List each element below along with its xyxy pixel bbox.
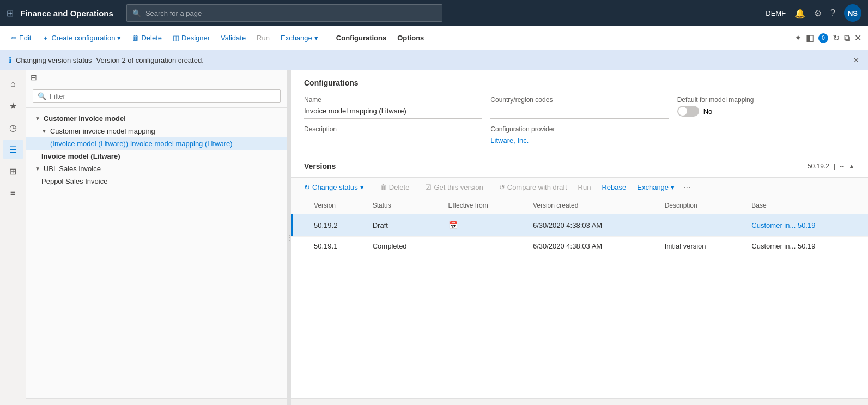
edit-icon: ✏ [11, 34, 17, 42]
create-config-button[interactable]: ＋ Create configuration ▾ [38, 31, 125, 45]
grid-icon[interactable]: ⊞ [7, 8, 14, 19]
delete-button[interactable]: 🗑 Delete [128, 32, 166, 44]
table-row[interactable]: 50.19.1 Completed 6/30/2020 4:38:03 AM I… [291, 237, 868, 256]
search-icon: 🔍 [132, 9, 141, 17]
vtool-exchange-button[interactable]: Exchange ▾ [633, 181, 679, 194]
app-title: Finance and Operations [20, 9, 113, 18]
avatar[interactable]: NS [844, 4, 861, 22]
tree-item-label: Customer invoice model [44, 114, 126, 123]
table-row[interactable]: 50.19.2 Draft 📅 6/30/2020 4:38:03 AM Cus… [291, 214, 868, 237]
tree-item[interactable]: Peppol Sales Invoice [26, 175, 287, 188]
sidebar-star-icon[interactable]: ★ [3, 96, 23, 116]
tree-item-label: (Invoice model (Litware)) Invoice model … [50, 140, 233, 148]
settings-icon[interactable]: ⚙ [814, 8, 822, 19]
filter-toggle-icon[interactable]: ⊟ [31, 73, 37, 82]
tree-item-label: Customer invoice model mapping [50, 127, 155, 135]
refresh-icon: ↻ [304, 183, 310, 191]
base-link[interactable]: Customer in... [751, 242, 796, 250]
country-value [490, 106, 668, 119]
open-icon[interactable]: ⧉ [844, 33, 850, 43]
tree-item-selected[interactable]: (Invoice model (Litware)) Invoice model … [26, 137, 287, 150]
filter-search-icon: 🔍 [38, 92, 46, 100]
tree-filter: 🔍 [26, 85, 287, 108]
search-bar[interactable]: 🔍 [126, 4, 442, 22]
delete-icon: 🗑 [132, 34, 139, 42]
chevron-down-icon: ▾ [360, 183, 364, 191]
versions-title: Versions [304, 162, 336, 171]
toggle-row: No [677, 106, 855, 117]
rebase-button[interactable]: Rebase [597, 181, 630, 194]
delete-icon: 🗑 [380, 183, 387, 191]
exchange-button[interactable]: Exchange ▾ [276, 32, 323, 44]
provider-value[interactable]: Litware, Inc. [490, 135, 668, 148]
tree-item[interactable]: Invoice model (Litware) [26, 150, 287, 162]
topbar: ⊞ Finance and Operations 🔍 DEMF 🔔 ⚙ ? NS [0, 0, 868, 26]
versions-nav-dash: -- [840, 162, 844, 170]
description-value [304, 135, 482, 148]
vtool-run-button[interactable]: Run [574, 181, 596, 194]
row-indicator [291, 214, 293, 236]
sidebar-grid-icon[interactable]: ⊞ [3, 161, 23, 181]
sidebar-list-icon[interactable]: ☰ [3, 140, 23, 159]
close-icon[interactable]: ✕ [854, 33, 861, 43]
tree-item-label: Invoice model (Litware) [41, 152, 120, 160]
cmd-right: ✦ ◧ 0 ↻ ⧉ ✕ [794, 33, 861, 43]
badge-icon[interactable]: 0 [818, 33, 828, 43]
help-icon[interactable]: ? [830, 8, 835, 18]
tree-item[interactable]: ▼ UBL Sales invoice [26, 162, 287, 175]
tree-item-label: Peppol Sales Invoice [41, 177, 107, 185]
get-version-button[interactable]: ☑ Get this version [421, 181, 487, 194]
tree-content: ▼ Customer invoice model ▼ Customer invo… [26, 108, 287, 398]
status-cell: Completed [366, 237, 442, 256]
vtool-more-button[interactable]: ··· [681, 183, 693, 192]
chevron-icon: ▼ [35, 166, 40, 172]
versions-collapse-icon[interactable]: ▲ [848, 162, 855, 170]
search-input[interactable] [145, 9, 436, 17]
get-icon: ☑ [425, 183, 432, 191]
country-field: Country/region codes [490, 96, 668, 119]
chevron-down-icon: ▾ [117, 34, 121, 42]
filter-input[interactable] [50, 92, 276, 100]
bell-icon[interactable]: 🔔 [794, 8, 805, 19]
sidebar-icon[interactable]: ◧ [806, 33, 814, 43]
validate-button[interactable]: Validate [216, 32, 250, 44]
sidebar-clock-icon[interactable]: ◷ [3, 118, 23, 137]
command-bar: ✏ Edit ＋ Create configuration ▾ 🗑 Delete… [0, 26, 868, 50]
sidebar-home-icon[interactable]: ⌂ [3, 74, 23, 94]
topbar-right: DEMF 🔔 ⚙ ? NS [766, 4, 861, 22]
info-close-button[interactable]: ✕ [853, 56, 859, 64]
table-header-row: Version Status Effective from Version cr… [291, 197, 868, 214]
change-status-button[interactable]: ↻ Change status ▾ [300, 181, 368, 194]
calendar-icon[interactable]: 📅 [448, 221, 458, 229]
detail-hscroll [291, 398, 868, 405]
name-value: Invoice model mapping (Litware) [304, 106, 482, 119]
base-link[interactable]: Customer in... [751, 221, 796, 229]
col-status: Status [366, 197, 442, 214]
pin-icon[interactable]: ✦ [794, 33, 802, 43]
compare-draft-button[interactable]: ↺ Compare with draft [495, 181, 572, 194]
designer-button[interactable]: ◫ Designer [168, 32, 214, 44]
info-message: Changing version status [16, 56, 92, 64]
config-row2: Description Configuration provider Litwa… [304, 125, 855, 148]
compare-icon: ↺ [499, 183, 505, 191]
tree-item[interactable]: ▼ Customer invoice model [26, 112, 287, 125]
sidebar-report-icon[interactable]: ≡ [3, 183, 23, 203]
configurations-button[interactable]: Configurations [332, 32, 391, 44]
default-mapping-toggle[interactable] [677, 106, 699, 117]
version-cell: 50.19.2 [307, 214, 366, 237]
tree-item[interactable]: ▼ Customer invoice model mapping [26, 125, 287, 137]
base-version: 50.19 [798, 242, 816, 250]
environment-label: DEMF [766, 9, 786, 17]
tree-item-label: UBL Sales invoice [44, 165, 101, 173]
edit-button[interactable]: ✏ Edit [7, 32, 35, 44]
info-icon: ℹ [9, 56, 11, 64]
versions-toolbar: ↻ Change status ▾ 🗑 Delete ☑ Get this ve… [291, 178, 868, 197]
vtool-delete-button[interactable]: 🗑 Delete [375, 181, 414, 194]
default-mapping-field: Default for model mapping No [677, 96, 855, 119]
versions-nav: 50.19.2 | -- ▲ [808, 162, 855, 170]
version-created-cell: 6/30/2020 4:38:03 AM [526, 214, 658, 237]
refresh-icon[interactable]: ↻ [833, 33, 840, 43]
configurations-title: Configurations [304, 78, 855, 87]
run-button[interactable]: Run [252, 32, 274, 44]
options-button[interactable]: Options [393, 32, 428, 44]
